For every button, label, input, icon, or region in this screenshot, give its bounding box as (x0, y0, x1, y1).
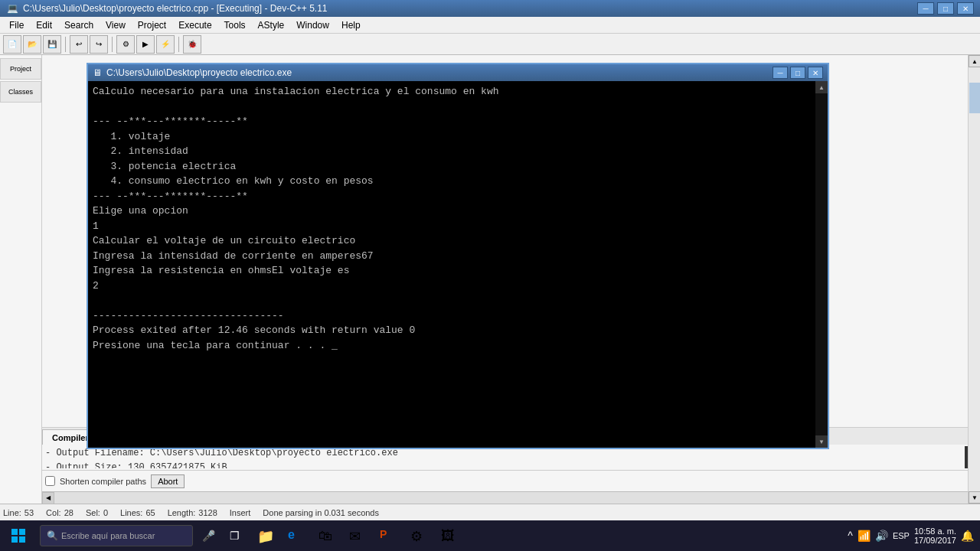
photos-icon: 🖼 (441, 528, 456, 543)
console-scroll-track[interactable] (815, 93, 828, 435)
search-bar[interactable]: 🔍 Escribe aquí para buscar (40, 525, 193, 546)
toolbar-open[interactable]: 📂 (23, 35, 41, 54)
main-scroll-thumb[interactable] (969, 83, 980, 113)
bottom-panel-line: - Output Size: 130.6357421875 KiB (45, 461, 965, 468)
toolbar-save[interactable]: 💾 (43, 35, 61, 54)
svg-rect-0 (11, 529, 18, 535)
console-controls: ─ □ ✕ (773, 67, 823, 79)
console-window: 🖥 C:\Users\Julio\Desktop\proyecto electr… (87, 63, 829, 449)
menu-tools[interactable]: Tools (218, 18, 252, 32)
menu-search[interactable]: Search (58, 18, 100, 32)
toolbar-redo[interactable]: ↪ (90, 35, 108, 54)
console-line: Ingresa la resistencia en ohmsEl voltaje… (93, 263, 811, 279)
taskbar-store[interactable]: 🛍 (312, 522, 340, 549)
console-scrollbar[interactable]: ▲ ▼ (815, 81, 828, 448)
toolbar-undo[interactable]: ↩ (70, 35, 88, 54)
console-line: 3. potencia electrica (93, 159, 811, 174)
maximize-button[interactable]: □ (937, 2, 954, 15)
console-close[interactable]: ✕ (808, 67, 823, 79)
task-view-button[interactable]: ❐ (220, 520, 248, 551)
status-col: Col: 28 (46, 508, 74, 517)
system-tray-arrow[interactable]: ^ (848, 530, 853, 542)
sidebar-project[interactable]: Project (0, 58, 41, 80)
taskbar-photos[interactable]: 🖼 (435, 522, 462, 549)
console-line: Calculo necesario para una instalacion e… (93, 84, 811, 99)
menu-astyle[interactable]: AStyle (252, 18, 291, 32)
console-line: 4. consumo electrico en kwh y costo en p… (93, 174, 811, 189)
status-line-label: Line: (3, 508, 21, 517)
menu-help[interactable]: Help (335, 18, 367, 32)
toolbar-new[interactable]: 📄 (3, 35, 21, 54)
windows-logo-icon (11, 529, 25, 543)
main-scroll-track[interactable] (969, 67, 980, 491)
microphone-icon[interactable]: 🎤 (196, 523, 220, 548)
bottom-text-area: - Output Filename: C:\Users\Julio\Deskto… (45, 446, 965, 468)
bottom-horizontal-scrollbar[interactable]: ◀ ▶ (42, 491, 980, 504)
menu-file[interactable]: File (3, 18, 30, 32)
console-minimize[interactable]: ─ (773, 67, 788, 79)
status-sel-label: Sel: (86, 508, 100, 517)
main-scrollbar[interactable]: ▲ ▼ (968, 55, 980, 504)
svg-rect-1 (19, 529, 25, 535)
status-sel-value: 0 (103, 508, 108, 517)
language-indicator[interactable]: ESP (893, 531, 910, 540)
toolbar-run[interactable]: ▶ (136, 35, 155, 54)
main-window-title: C:\Users\Julio\Desktop\proyecto electric… (23, 3, 917, 14)
taskbar-system-tray: ^ 📶 🔊 ESP 10:58 a. m. 17/09/2017 🔔 (848, 527, 980, 545)
toolbar-separator-1 (65, 37, 66, 52)
menu-view[interactable]: View (100, 18, 132, 32)
sidebar-classes[interactable]: Classes (0, 81, 41, 103)
start-button[interactable] (0, 520, 37, 551)
console-line: 2 (93, 279, 811, 294)
main-scroll-up[interactable]: ▲ (969, 55, 980, 67)
notifications-icon[interactable]: 🔔 (961, 530, 974, 542)
clock-date: 17/09/2017 (914, 536, 956, 545)
status-insert: Insert (230, 508, 251, 517)
taskbar-devcpp[interactable]: ⚙ (404, 522, 432, 549)
toolbar-debug[interactable]: 🐞 (183, 35, 201, 54)
console-scroll-up[interactable]: ▲ (815, 81, 828, 93)
console-title-bar: 🖥 C:\Users\Julio\Desktop\proyecto electr… (88, 64, 828, 81)
status-lines-value: 65 (145, 508, 155, 517)
console-output[interactable]: Calculo necesario para una instalacion e… (88, 81, 815, 448)
menu-project[interactable]: Project (132, 18, 172, 32)
volume-icon[interactable]: 🔊 (875, 530, 888, 542)
status-insert-label: Insert (230, 508, 251, 517)
powerpoint-icon: P (380, 528, 395, 543)
taskbar-file-explorer[interactable]: 📁 (251, 522, 279, 549)
console-scroll-down[interactable]: ▼ (815, 435, 828, 448)
status-length: Length: 3128 (168, 508, 217, 517)
minimize-button[interactable]: ─ (917, 2, 934, 15)
toolbar-compile-run[interactable]: ⚡ (156, 35, 175, 54)
file-explorer-icon: 📁 (257, 528, 273, 543)
abort-button[interactable]: Abort (151, 474, 185, 488)
main-scroll-down[interactable]: ▼ (969, 491, 980, 504)
console-body-wrapper: Calculo necesario para una instalacion e… (88, 81, 828, 448)
taskbar: 🔍 Escribe aquí para buscar 🎤 ❐ 📁 e 🛍 ✉ P… (0, 520, 980, 551)
taskbar-powerpoint[interactable]: P (374, 522, 401, 549)
content-area: 🖥 C:\Users\Julio\Desktop\proyecto electr… (42, 55, 980, 504)
status-length-value: 3128 (198, 508, 217, 517)
console-maximize[interactable]: □ (790, 67, 805, 79)
app-icon: 💻 (6, 2, 18, 15)
console-line: Presione una tecla para continuar . . . … (93, 338, 811, 354)
shorten-paths-checkbox[interactable] (45, 476, 55, 486)
hscroll-track[interactable] (54, 492, 968, 504)
toolbar-compile[interactable]: ⚙ (116, 35, 135, 54)
console-line: --- --***---*******-----** (93, 114, 811, 129)
status-sel: Sel: 0 (86, 508, 108, 517)
status-col-value: 28 (64, 508, 74, 517)
hscroll-left[interactable]: ◀ (42, 492, 54, 504)
taskbar-edge[interactable]: e (282, 522, 309, 549)
console-line: Calcular el voltaje de un circuito elect… (93, 233, 811, 249)
menu-execute[interactable]: Execute (172, 18, 217, 32)
menu-window[interactable]: Window (290, 18, 335, 32)
network-icon[interactable]: 📶 (858, 530, 871, 542)
bottom-controls: Shorten compiler paths Abort (42, 470, 980, 491)
system-clock[interactable]: 10:58 a. m. 17/09/2017 (914, 527, 956, 545)
menu-edit[interactable]: Edit (30, 18, 58, 32)
toolbar: 📄 📂 💾 ↩ ↪ ⚙ ▶ ⚡ 🐞 (0, 34, 980, 55)
taskbar-mail[interactable]: ✉ (343, 522, 371, 549)
close-button[interactable]: ✕ (957, 2, 974, 15)
console-icon: 🖥 (93, 67, 102, 78)
